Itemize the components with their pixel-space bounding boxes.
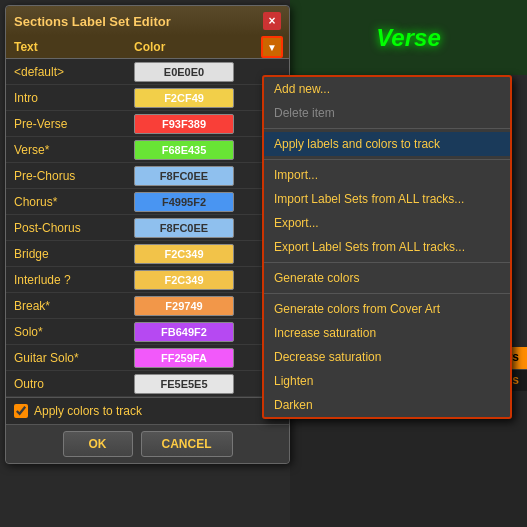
- color-box-12[interactable]: FE5E5E5: [134, 374, 234, 394]
- table-row[interactable]: BridgeF2C349: [6, 241, 289, 267]
- table-header: Text Color ▼: [6, 36, 289, 59]
- dialog-title: Sections Label Set Editor: [14, 14, 171, 29]
- color-box-9[interactable]: F29749: [134, 296, 234, 316]
- table-row[interactable]: Pre-ChorusF8FC0EE: [6, 163, 289, 189]
- checkbox-area: Apply colors to track: [6, 397, 289, 424]
- color-box-5[interactable]: F4995F2: [134, 192, 234, 212]
- row-text-11: Guitar Solo*: [14, 351, 134, 365]
- row-text-6: Post-Chorus: [14, 221, 134, 235]
- waveform-area: Verse: [290, 0, 527, 75]
- table-row[interactable]: Verse*F68E435: [6, 137, 289, 163]
- menu-divider-3: [264, 159, 510, 160]
- menu-item-8[interactable]: Generate colors from Cover Art: [264, 297, 510, 321]
- dropdown-arrow-button[interactable]: ▼: [261, 36, 283, 58]
- row-text-12: Outro: [14, 377, 134, 391]
- color-box-3[interactable]: F68E435: [134, 140, 234, 160]
- menu-item-0[interactable]: Add new...: [264, 77, 510, 101]
- menu-divider-2: [264, 128, 510, 129]
- row-text-0: <default>: [14, 65, 134, 79]
- menu-item-2[interactable]: Apply labels and colors to track: [264, 132, 510, 156]
- table-row[interactable]: Break*F29749: [6, 293, 289, 319]
- menu-divider-7: [264, 262, 510, 263]
- menu-divider-8: [264, 293, 510, 294]
- table-body: <default>E0E0E0IntroF2CF49Pre-VerseF93F3…: [6, 59, 289, 397]
- menu-item-6[interactable]: Export Label Sets from ALL tracks...: [264, 235, 510, 259]
- dialog-title-bar: Sections Label Set Editor ×: [6, 6, 289, 36]
- menu-item-12[interactable]: Darken: [264, 393, 510, 417]
- apply-colors-label: Apply colors to track: [34, 404, 142, 418]
- color-box-11[interactable]: FF259FA: [134, 348, 234, 368]
- color-box-1[interactable]: F2CF49: [134, 88, 234, 108]
- dropdown-menu: Add new...Delete itemApply labels and co…: [262, 75, 512, 419]
- table-row[interactable]: Guitar Solo*FF259FA: [6, 345, 289, 371]
- menu-item-1: Delete item: [264, 101, 510, 125]
- color-box-10[interactable]: FB649F2: [134, 322, 234, 342]
- menu-item-3[interactable]: Import...: [264, 163, 510, 187]
- sections-label-set-editor-dialog: Sections Label Set Editor × Text Color ▼…: [5, 5, 290, 464]
- table-row[interactable]: Pre-VerseF93F389: [6, 111, 289, 137]
- table-row[interactable]: OutroFE5E5E5: [6, 371, 289, 397]
- menu-item-10[interactable]: Decrease saturation: [264, 345, 510, 369]
- color-box-8[interactable]: F2C349: [134, 270, 234, 290]
- row-text-10: Solo*: [14, 325, 134, 339]
- table-row[interactable]: <default>E0E0E0: [6, 59, 289, 85]
- color-box-2[interactable]: F93F389: [134, 114, 234, 134]
- color-box-0[interactable]: E0E0E0: [134, 62, 234, 82]
- menu-item-5[interactable]: Export...: [264, 211, 510, 235]
- menu-item-4[interactable]: Import Label Sets from ALL tracks...: [264, 187, 510, 211]
- menu-item-11[interactable]: Lighten: [264, 369, 510, 393]
- table-row[interactable]: Interlude ?F2C349: [6, 267, 289, 293]
- row-text-3: Verse*: [14, 143, 134, 157]
- cancel-button[interactable]: CANCEL: [141, 431, 233, 457]
- table-row[interactable]: Solo*FB649F2: [6, 319, 289, 345]
- column-header-color: Color: [134, 40, 244, 54]
- row-text-2: Pre-Verse: [14, 117, 134, 131]
- row-text-1: Intro: [14, 91, 134, 105]
- dialog-buttons: OK CANCEL: [6, 424, 289, 463]
- row-text-5: Chorus*: [14, 195, 134, 209]
- row-text-8: Interlude ?: [14, 273, 134, 287]
- row-text-4: Pre-Chorus: [14, 169, 134, 183]
- color-box-7[interactable]: F2C349: [134, 244, 234, 264]
- table-row[interactable]: Chorus*F4995F2: [6, 189, 289, 215]
- color-box-6[interactable]: F8FC0EE: [134, 218, 234, 238]
- ok-button[interactable]: OK: [63, 431, 133, 457]
- close-button[interactable]: ×: [263, 12, 281, 30]
- verse-label: Verse: [376, 24, 441, 52]
- table-row[interactable]: IntroF2CF49: [6, 85, 289, 111]
- row-text-9: Break*: [14, 299, 134, 313]
- menu-item-9[interactable]: Increase saturation: [264, 321, 510, 345]
- menu-item-7[interactable]: Generate colors: [264, 266, 510, 290]
- color-box-4[interactable]: F8FC0EE: [134, 166, 234, 186]
- apply-colors-checkbox[interactable]: [14, 404, 28, 418]
- table-row[interactable]: Post-ChorusF8FC0EE: [6, 215, 289, 241]
- row-text-7: Bridge: [14, 247, 134, 261]
- column-header-text: Text: [14, 40, 134, 54]
